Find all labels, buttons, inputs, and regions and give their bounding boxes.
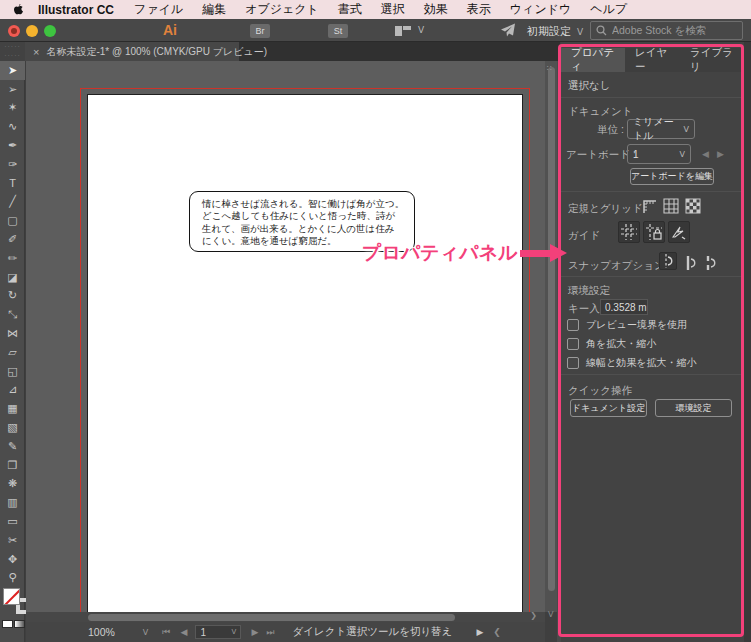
free-transform-tool[interactable]: ▱	[0, 343, 25, 362]
smart-guides-icon[interactable]	[668, 221, 690, 243]
unit-select[interactable]: ミリメートルᐯ	[627, 119, 695, 139]
apple-icon[interactable]	[12, 3, 24, 16]
share-rocket-icon[interactable]	[500, 23, 516, 38]
menu-object[interactable]: オブジェクト	[245, 1, 319, 18]
perspective-grid-tool[interactable]: ⊿	[0, 381, 25, 400]
status-play-icon[interactable]: ▶	[476, 627, 483, 637]
arrange-documents-chevron-icon[interactable]: ᐯ	[418, 25, 424, 35]
show-guides-icon[interactable]	[618, 221, 640, 243]
menu-help[interactable]: ヘルプ	[590, 1, 627, 18]
menu-edit[interactable]: 編集	[202, 1, 226, 18]
document-setup-button[interactable]: ドキュメント設定	[570, 399, 647, 417]
artboard-tool[interactable]: ▭	[0, 512, 25, 531]
previous-artboard-panel-icon[interactable]: ◀	[702, 149, 709, 159]
color-button[interactable]	[2, 620, 13, 628]
snap-to-grid-icon[interactable]	[683, 253, 699, 273]
panel-collapse-grip-icon[interactable]: ∷	[547, 64, 552, 73]
tab-libraries[interactable]: ライブラリ	[680, 48, 744, 72]
snap-to-pixel-icon[interactable]	[703, 253, 719, 273]
workspace-switcher[interactable]: 初期設定ᐯ	[527, 24, 583, 39]
bridge-button[interactable]: Br	[250, 24, 270, 38]
rectangle-tool[interactable]: ▢	[0, 211, 25, 230]
show-rulers-icon[interactable]	[639, 196, 659, 216]
zoom-chevron-icon[interactable]: ᐯ	[143, 628, 148, 637]
mesh-tool[interactable]: ▦	[0, 399, 25, 418]
menu-window[interactable]: ウィンドウ	[510, 1, 571, 18]
shape-builder-tool[interactable]: ◱	[0, 362, 25, 381]
pen-tool[interactable]: ✒	[0, 136, 25, 155]
blend-tool[interactable]: ❐	[0, 456, 25, 475]
eyedropper-tool[interactable]: ✎	[0, 437, 25, 456]
document-tab[interactable]: × 名称未設定-1* @ 100% (CMYK/GPU プレビュー)	[25, 42, 239, 61]
next-artboard-panel-icon[interactable]: ▶	[717, 149, 724, 159]
menu-effect[interactable]: 効果	[424, 1, 448, 18]
type-tool[interactable]: T	[0, 174, 25, 193]
line-segment-tool[interactable]: ╱	[0, 193, 25, 212]
tab-layers[interactable]: レイヤー	[625, 48, 680, 72]
show-transparency-grid-icon[interactable]	[683, 196, 703, 216]
fill-none-swatch[interactable]	[3, 588, 20, 605]
slice-tool[interactable]: ✂	[0, 531, 25, 550]
curvature-tool[interactable]: ✑	[0, 155, 25, 174]
close-tab-icon[interactable]: ×	[33, 46, 39, 58]
symbol-sprayer-tool[interactable]: ❋	[0, 475, 25, 494]
vertical-scrollbar-thumb[interactable]	[548, 67, 555, 591]
scale-strokes-effects-checkbox[interactable]	[567, 357, 579, 369]
direct-selection-tool[interactable]: ➢	[0, 80, 25, 99]
preferences-button[interactable]: 環境設定	[655, 399, 732, 417]
edit-artboards-button[interactable]: アートボードを編集	[630, 168, 714, 185]
show-grid-icon[interactable]	[661, 196, 681, 216]
menu-type[interactable]: 書式	[338, 1, 362, 18]
scroll-right-arrow-icon[interactable]: ❯	[530, 611, 537, 620]
width-tool[interactable]: ⋈	[0, 324, 25, 343]
paintbrush-tool[interactable]: ✐	[0, 230, 25, 249]
use-preview-bounds-row: プレビュー境界を使用	[567, 318, 687, 332]
scale-tool[interactable]: ⤡	[0, 305, 25, 324]
eraser-tool[interactable]: ◪	[0, 268, 25, 287]
keyboard-increment-field[interactable]: 0.3528 mm	[600, 299, 648, 315]
menu-file[interactable]: ファイル	[134, 1, 183, 18]
selection-tool[interactable]: ➤	[0, 61, 25, 80]
search-icon	[596, 25, 607, 36]
rotate-tool[interactable]: ↻	[0, 287, 25, 306]
zoom-window-button[interactable]	[44, 25, 56, 37]
magic-wand-tool[interactable]: ✶	[0, 99, 25, 118]
gradient-button[interactable]	[14, 620, 25, 628]
artboard[interactable]: 情に棹させば流される。智に働けば角が立つ。 どこへ越しても住みにくいと悟った時、…	[87, 94, 523, 612]
snap-to-point-icon[interactable]	[659, 252, 677, 270]
close-window-button[interactable]	[8, 25, 20, 37]
last-artboard-icon[interactable]: ⏭	[266, 627, 274, 638]
status-collapse-icon[interactable]: ❮	[493, 627, 501, 637]
lasso-tool[interactable]: ∿	[0, 117, 25, 136]
lock-guides-icon[interactable]	[643, 221, 665, 243]
scroll-down-arrow-icon[interactable]: ᐯ	[548, 610, 553, 619]
shaper-tool[interactable]: ✏	[0, 249, 25, 268]
scale-strokes-effects-row: 線幅と効果を拡大・縮小	[567, 356, 696, 370]
menu-view[interactable]: 表示	[467, 1, 491, 18]
annotation-arrow-head-icon	[550, 244, 567, 262]
use-preview-bounds-checkbox[interactable]	[567, 319, 579, 331]
minimize-window-button[interactable]	[26, 25, 38, 37]
gradient-tool[interactable]: ▧	[0, 418, 25, 437]
adobe-stock-search-input[interactable]: Adobe Stock を検索	[590, 21, 743, 40]
tab-properties[interactable]: プロパティ	[561, 48, 625, 72]
column-graph-tool[interactable]: ▥	[0, 493, 25, 512]
zoom-level[interactable]: 100%	[88, 626, 115, 638]
first-artboard-icon[interactable]: ⏮	[162, 627, 170, 638]
arrange-documents-icon[interactable]	[395, 26, 413, 36]
stock-button[interactable]: St	[328, 24, 348, 38]
horizontal-scrollbar-thumb[interactable]	[88, 614, 455, 621]
app-name[interactable]: Illustrator CC	[38, 3, 114, 17]
next-artboard-icon[interactable]: ▶	[251, 627, 258, 637]
canvas[interactable]: 情に棹させば流される。智に働けば角が立つ。 どこへ越しても住みにくいと悟った時、…	[26, 61, 545, 612]
artboard-navigation-select[interactable]: 1ᐯ	[195, 625, 241, 639]
hand-tool[interactable]: ✥	[0, 550, 25, 569]
menu-select[interactable]: 選択	[381, 1, 405, 18]
horizontal-scrollbar[interactable]: ❯	[26, 612, 545, 622]
zoom-tool[interactable]: ⚲	[0, 569, 25, 588]
tools-panel-header[interactable]: ··········	[0, 42, 25, 61]
scale-corners-checkbox[interactable]	[567, 338, 579, 350]
vertical-scrollbar[interactable]	[545, 61, 557, 612]
previous-artboard-icon[interactable]: ◀	[180, 627, 187, 637]
artboard-select[interactable]: 1ᐯ	[627, 144, 691, 164]
